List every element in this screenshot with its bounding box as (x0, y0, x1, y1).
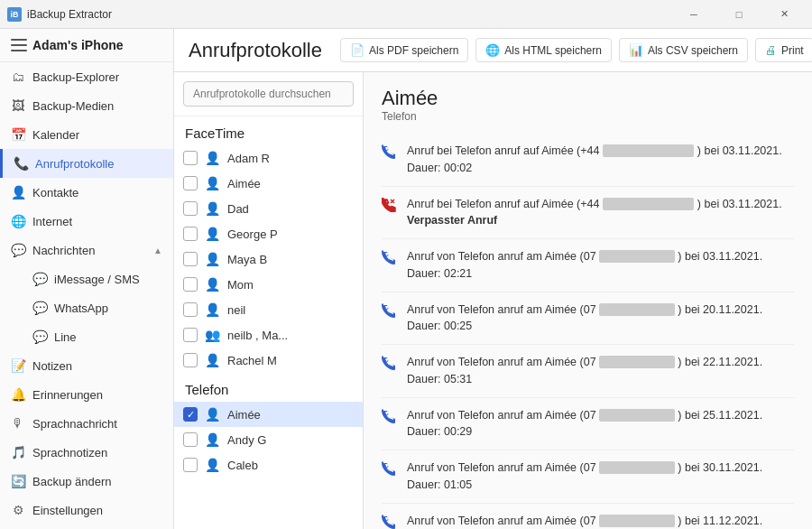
sidebar-item-anrufprotokolle[interactable]: 📞 Anrufprotokolle (0, 149, 173, 178)
save-csv-button[interactable]: 📊 Als CSV speichern (619, 38, 748, 62)
sidebar-label: Erinnerungen (32, 388, 103, 402)
list-item[interactable]: 👤 Caleb (174, 452, 363, 478)
sidebar-item-erinnerungen[interactable]: 🔔 Erinnerungen (0, 380, 173, 409)
toolbar: Anrufprotokolle 📄 Als PDF speichern 🌐 Al… (174, 29, 812, 72)
save-pdf-button[interactable]: 📄 Als PDF speichern (340, 38, 468, 62)
call-entry: Anruf von Telefon anruf am Aimée (07 ███… (382, 292, 794, 346)
checkbox-checked[interactable]: ✓ (183, 407, 198, 422)
sidebar-item-sprachnachricht[interactable]: 🎙 Sprachnachricht (0, 409, 173, 438)
list-item[interactable]: 👤 George P (174, 221, 363, 246)
person-icon: 👤 (205, 176, 220, 190)
sidebar-item-backup-aendern[interactable]: 🔄 Backup ändern (0, 467, 173, 496)
call-entry-missed: Anruf bei Telefon anruf auf Aimée (+44 █… (382, 187, 794, 240)
sidebar-item-notizen[interactable]: 📝 Notizen (0, 351, 173, 380)
person-icon: 👤 (205, 227, 220, 241)
missed-call-icon (382, 198, 396, 216)
checkbox[interactable] (183, 302, 198, 317)
minimize-button[interactable]: ─ (673, 0, 715, 29)
sidebar-label: Kalender (32, 128, 79, 142)
call-text: Anruf von Telefon anruf am Aimée (07 ███… (407, 248, 762, 283)
item-label: Adam R (227, 152, 270, 165)
person-icon: 👤 (205, 277, 220, 292)
imessage-icon: 💬 (32, 272, 47, 286)
sidebar-label: Backup-Medien (32, 99, 114, 113)
sidebar-item-nachrichten[interactable]: 💬 Nachrichten ▲ (0, 236, 173, 264)
save-csv-label: Als CSV speichern (648, 44, 738, 57)
sidebar-item-kalender[interactable]: 📅 Kalender (0, 120, 173, 149)
save-pdf-label: Als PDF speichern (369, 44, 458, 57)
sidebar-item-backup-explorer[interactable]: 🗂 Backup-Explorer (0, 62, 173, 91)
sidebar-item-whatsapp[interactable]: 💬 WhatsApp (0, 293, 173, 322)
sidebar-label: Internet (32, 215, 72, 228)
chevron-up-icon: ▲ (153, 246, 162, 255)
incoming-call-icon (382, 515, 396, 530)
list-item[interactable]: 👤 Andy G (174, 427, 363, 452)
list-item[interactable]: 👤 neil (174, 297, 363, 322)
call-entry: Anruf bei Telefon anruf auf Aimée (+44 █… (382, 134, 794, 187)
save-html-button[interactable]: 🌐 Als HTML speichern (475, 38, 612, 62)
app-icon: iB (7, 7, 22, 22)
print-button[interactable]: 🖨 Print (755, 38, 812, 62)
section-header-facetime: FaceTime (174, 116, 363, 145)
checkbox[interactable] (183, 277, 198, 292)
item-label: Aimée (227, 177, 261, 190)
person-icon: 👤 (205, 302, 220, 317)
sidebar-item-internet[interactable]: 🌐 Internet (0, 207, 173, 236)
sidebar-item-einstellungen[interactable]: ⚙ Einstellungen (0, 496, 173, 524)
item-label: Aimée (227, 408, 261, 422)
sidebar-label: Sprachnachricht (32, 417, 117, 431)
pdf-icon: 📄 (350, 43, 364, 57)
checkbox[interactable] (183, 227, 198, 241)
checkbox[interactable] (183, 328, 198, 342)
maximize-button[interactable]: □ (718, 0, 760, 29)
sidebar-item-backup-medien[interactable]: 🖼 Backup-Medien (0, 91, 173, 120)
list-item[interactable]: 👤 Adam R (174, 145, 363, 171)
hamburger-menu[interactable] (11, 39, 27, 51)
incoming-call-icon (382, 303, 396, 321)
sidebar-label: Notizen (32, 359, 72, 373)
list-item-selected[interactable]: ✓ 👤 Aimée (174, 402, 363, 427)
list-item[interactable]: 👤 Maya B (174, 246, 363, 272)
call-text-missed: Anruf bei Telefon anruf auf Aimée (+44 █… (407, 196, 782, 230)
right-panel: Aimée Telefon Anruf bei Telefon anruf au… (364, 72, 812, 529)
list-item[interactable]: 👤 Aimée (174, 171, 363, 196)
list-item[interactable]: 👤 Dad (174, 196, 363, 221)
sprachnotizen-icon: 🎵 (11, 445, 25, 459)
checkbox[interactable] (183, 353, 198, 367)
split-panel: FaceTime 👤 Adam R 👤 Aimée 👤 Da (174, 72, 812, 529)
checkbox[interactable] (183, 252, 198, 266)
whatsapp-icon: 💬 (32, 301, 47, 315)
sidebar-item-line[interactable]: 💬 Line (0, 322, 173, 351)
sidebar-item-kontakte[interactable]: 👤 Kontakte (0, 178, 173, 207)
close-button[interactable]: ✕ (763, 0, 805, 29)
checkbox[interactable] (183, 176, 198, 190)
call-entry: Anruf von Telefon anruf am Aimée (07 ███… (382, 450, 794, 504)
checkbox[interactable] (183, 151, 198, 165)
detail-subtitle: Telefon (382, 110, 794, 123)
sidebar-item-sprachnotizen[interactable]: 🎵 Sprachnotizen (0, 438, 173, 467)
sidebar-item-imessage[interactable]: 💬 iMessage / SMS (0, 264, 173, 293)
page-title: Anrufprotokolle (189, 39, 322, 62)
section-header-telefon: Telefon (174, 373, 363, 402)
item-label: Dad (227, 202, 249, 216)
line-icon: 💬 (32, 329, 47, 344)
item-label: Mom (227, 278, 254, 292)
item-label: Andy G (227, 433, 266, 447)
device-name: Adam's iPhone (32, 38, 124, 52)
csv-icon: 📊 (629, 43, 643, 57)
list-item[interactable]: 👤 Rachel M (174, 348, 363, 373)
notizen-icon: 📝 (11, 358, 25, 373)
list-item[interactable]: 👤 Mom (174, 272, 363, 297)
call-entry: Anruf von Telefon anruf am Aimée (07 ███… (382, 239, 794, 292)
list-area: FaceTime 👤 Adam R 👤 Aimée 👤 Da (174, 116, 363, 529)
person-icon: 👤 (205, 432, 220, 447)
window-controls: ─ □ ✕ (673, 0, 805, 29)
html-icon: 🌐 (485, 43, 500, 57)
sidebar-label: Backup ändern (32, 475, 111, 488)
person-icon: 👤 (205, 252, 220, 266)
checkbox[interactable] (183, 201, 198, 216)
search-input[interactable] (183, 81, 354, 107)
checkbox[interactable] (183, 458, 198, 472)
checkbox[interactable] (183, 432, 198, 447)
list-item[interactable]: 👥 neilb , Ma... (174, 322, 363, 348)
